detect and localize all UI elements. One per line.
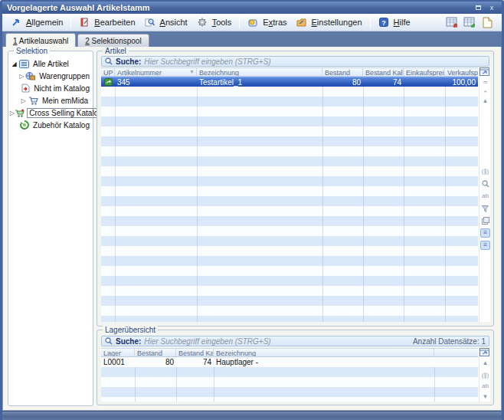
tree-item-cross-selling-katalog[interactable]: ▷ Cross Selling Katalog <box>10 107 91 119</box>
column-chooser-icon[interactable] <box>479 348 489 356</box>
lager-search-input[interactable]: Suche: Hier Suchbegriff eingeben (STRG+S… <box>101 336 489 346</box>
menu-einstellungen[interactable]: Einstellungen <box>293 16 366 29</box>
tree-item-nicht-im-katalog[interactable]: Nicht im Katalog <box>10 82 91 94</box>
lager-group-label: Lagerübersicht <box>103 326 158 334</box>
cell-bestand-kalk: 74 <box>363 77 404 87</box>
cell-verkaufspreis: 100,00 <box>445 77 478 87</box>
cell-bestand-kalk: 74 <box>176 357 214 367</box>
column-header-empty <box>434 349 478 356</box>
cart-icon <box>28 96 38 106</box>
expander-expanded-icon[interactable]: ◢ <box>10 61 18 67</box>
tree-item-alle-artikel[interactable]: ◢ Alle Artikel <box>10 57 91 70</box>
close-button[interactable]: x <box>486 3 497 12</box>
search-icon <box>105 337 113 345</box>
green-arrow-badge-icon <box>104 78 113 86</box>
lager-grid-header: Lager Bestand Bestand Kalk. Bezeichnung <box>101 348 478 357</box>
column-header-bezeichnung[interactable]: Bezeichnung <box>197 68 322 76</box>
window: Vorgelagerte Auswahl Artikelstamm x Allg… <box>0 0 504 420</box>
table-import-green-icon[interactable] <box>463 16 476 29</box>
edit-cell-icon[interactable]: ab <box>480 192 490 201</box>
search-placeholder: Hier Suchbegriff eingeben (STRG+S) <box>144 337 270 346</box>
selektion-groupbox: Selektion ◢ Alle Artikel ▷ Warengruppen <box>8 51 93 406</box>
title-bar[interactable]: Vorgelagerte Auswahl Artikelstamm x <box>2 2 502 14</box>
gear-icon <box>197 18 208 28</box>
tree-item-mein-emmida[interactable]: ▷ Mein emMida <box>10 94 91 107</box>
menu-extras[interactable]: Extras <box>244 16 290 29</box>
menu-separator <box>239 16 240 28</box>
list-icon <box>18 59 29 69</box>
restore-button[interactable] <box>473 3 483 12</box>
cell-bestand: 80 <box>135 357 176 367</box>
column-header-verkaufspreis[interactable]: Verkaufspreis <box>445 68 478 76</box>
svg-text:?: ? <box>381 19 386 27</box>
restore-icon <box>476 5 481 10</box>
cell-einkaufspreis <box>404 77 445 87</box>
close-icon: x <box>490 5 494 11</box>
list-view-icon[interactable]: ≡ <box>480 228 490 238</box>
scroll-up-icon[interactable]: ▲ <box>480 97 490 106</box>
expander-collapsed-icon[interactable]: ▷ <box>19 97 28 104</box>
artikel-grid: UP Artikelnummer▼ Bezeichnung Bestand Be… <box>101 67 490 322</box>
cell-artikelnummer: 345 <box>115 77 197 87</box>
column-header-einkaufspreis[interactable]: Einkaufspreis <box>404 68 445 76</box>
menu-separator <box>370 16 371 28</box>
extras-box-icon <box>247 18 258 28</box>
column-width-icon[interactable]: (∥) <box>480 167 490 176</box>
scroll-down-icon[interactable]: ▼ <box>480 392 490 402</box>
tree-item-zubehoer-katalog[interactable]: Zubehör Katalog <box>10 119 91 131</box>
column-header-bestand[interactable]: Bestand <box>322 68 363 76</box>
record-count: Anzahl Datensätze: 1 <box>413 337 486 346</box>
scroll-up-icon[interactable]: ▲ <box>480 359 490 368</box>
magnifier-page-icon <box>145 18 155 28</box>
expander-collapsed-icon[interactable]: ▷ <box>18 73 26 80</box>
menu-allgemein[interactable]: Allgemein <box>7 16 67 29</box>
tree-item-warengruppen[interactable]: ▷ Warengruppen <box>10 70 91 82</box>
menu-hilfe[interactable]: ? Hilfe <box>375 16 414 29</box>
cell-bezeichnung: Hauptlager - <box>214 357 434 367</box>
search-icon <box>105 57 113 65</box>
lager-side-toolbar: ▲ (∥) ab ▼ <box>479 348 490 402</box>
artikel-row-selected[interactable]: 345 Testartikel_1 80 74 100,00 <box>101 77 478 87</box>
column-header-bestand[interactable]: Bestand <box>135 349 176 356</box>
lager-grid-body: L0001 80 74 Hauptlager - <box>101 357 478 402</box>
list-view-alt-icon[interactable]: ≡ <box>480 241 490 250</box>
column-header-bestand-kalk[interactable]: Bestand Kalk. <box>176 349 214 356</box>
artikel-search-input[interactable]: Suche: Hier Suchbegriff eingeben (STRG+S… <box>101 56 489 67</box>
column-header-lager[interactable]: Lager <box>101 349 135 356</box>
cell-lager: L0001 <box>101 357 135 367</box>
filter-icon[interactable] <box>480 204 490 213</box>
menu-tools[interactable]: Tools <box>193 16 236 29</box>
lager-row[interactable]: L0001 80 74 Hauptlager - <box>101 357 478 367</box>
page-red-arrow-icon <box>21 84 30 94</box>
globe-package-icon <box>25 71 35 81</box>
empty-rows <box>101 367 478 402</box>
layout-copy-icon[interactable] <box>480 216 490 225</box>
column-header-bezeichnung[interactable]: Bezeichnung <box>214 349 434 356</box>
artikel-group-label: Artikel <box>103 47 129 55</box>
edit-cell-icon[interactable]: ab <box>480 382 490 391</box>
tab-selektionspool[interactable]: 2 Selektionspool <box>77 34 149 47</box>
empty-rows <box>101 87 478 322</box>
column-header-bestand-kalk[interactable]: Bestand Kalk. <box>363 68 404 76</box>
search-icon[interactable] <box>480 179 490 189</box>
edit-notebook-icon <box>79 18 90 28</box>
arrow-up-right-icon <box>11 18 21 28</box>
column-header-up[interactable]: UP <box>101 68 115 76</box>
window-bottom-border <box>2 411 502 420</box>
selection-tree: ◢ Alle Artikel ▷ Warengruppen <box>10 57 91 404</box>
cart-green-icon <box>15 108 25 118</box>
search-label: Suche: <box>116 337 141 346</box>
lager-grid: Lager Bestand Bestand Kalk. Bezeichnung … <box>101 348 490 402</box>
add-row-icon[interactable]: + <box>480 87 490 97</box>
tab-artikelauswahl[interactable]: 1 Artikelauswahl <box>5 33 76 47</box>
new-page-icon[interactable] <box>480 16 494 29</box>
column-chooser-icon[interactable] <box>479 67 489 76</box>
column-width-icon[interactable]: (∥) <box>480 371 490 380</box>
menu-bearbeiten[interactable]: Bearbeiten <box>75 16 139 29</box>
menu-bar: Allgemein Bearbeiten Ansicht Tools <box>2 14 502 31</box>
move-top-icon[interactable]: ≂ <box>480 78 490 87</box>
table-export-red-icon[interactable] <box>445 16 459 29</box>
menu-ansicht[interactable]: Ansicht <box>141 16 191 29</box>
column-header-artikelnummer[interactable]: Artikelnummer▼ <box>115 68 197 76</box>
search-label: Suche: <box>116 57 141 66</box>
